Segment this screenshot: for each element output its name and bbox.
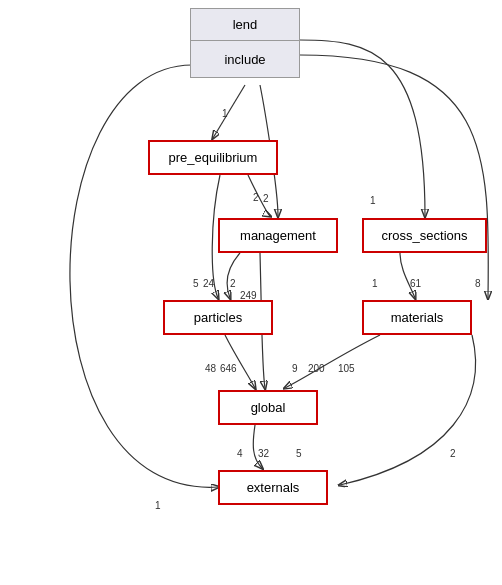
label-particles-global: 48 xyxy=(205,363,216,374)
label-pre-eq-mgmt2: 2 xyxy=(263,193,269,204)
node-externals: externals xyxy=(218,470,328,505)
label-include-pre-eq: 1 xyxy=(222,108,228,119)
label-mgmt-particles3: 2 xyxy=(230,278,236,289)
label-include-cross: 1 xyxy=(370,195,376,206)
label-mgmt-global: 249 xyxy=(240,290,257,301)
node-materials: materials xyxy=(362,300,472,335)
label-include-materials: 8 xyxy=(475,278,481,289)
label-global-externals3: 5 xyxy=(296,448,302,459)
label-cross-materials: 1 xyxy=(372,278,378,289)
node-materials-label: materials xyxy=(391,310,444,325)
label-materials-global: 9 xyxy=(292,363,298,374)
node-particles-label: particles xyxy=(194,310,242,325)
node-global-label: global xyxy=(251,400,286,415)
diagram-container: lend include pre_equilibrium management … xyxy=(0,0,502,585)
node-cross-label: cross_sections xyxy=(382,228,468,243)
node-particles: particles xyxy=(163,300,273,335)
label-pre-eq-mgmt: 2 xyxy=(253,192,259,203)
node-cross-sections: cross_sections xyxy=(362,218,487,253)
node-include: include xyxy=(190,40,300,78)
node-pre-eq-label: pre_equilibrium xyxy=(169,150,258,165)
label-mgmt-particles: 5 xyxy=(193,278,199,289)
label-include-externals: 1 xyxy=(155,500,161,511)
label-particles-global2: 646 xyxy=(220,363,237,374)
node-global: global xyxy=(218,390,318,425)
label-global-externals2: 32 xyxy=(258,448,269,459)
node-lend-label: lend xyxy=(233,17,258,32)
label-materials-externals: 2 xyxy=(450,448,456,459)
label-mgmt-particles2: 24 xyxy=(203,278,214,289)
node-management: management xyxy=(218,218,338,253)
node-externals-label: externals xyxy=(247,480,300,495)
label-materials-global2: 200 xyxy=(308,363,325,374)
label-materials-global3: 105 xyxy=(338,363,355,374)
label-cross-materials2: 61 xyxy=(410,278,421,289)
node-include-label: include xyxy=(224,52,265,67)
node-lend: lend xyxy=(190,8,300,40)
label-global-externals: 4 xyxy=(237,448,243,459)
node-management-label: management xyxy=(240,228,316,243)
node-pre-equilibrium: pre_equilibrium xyxy=(148,140,278,175)
